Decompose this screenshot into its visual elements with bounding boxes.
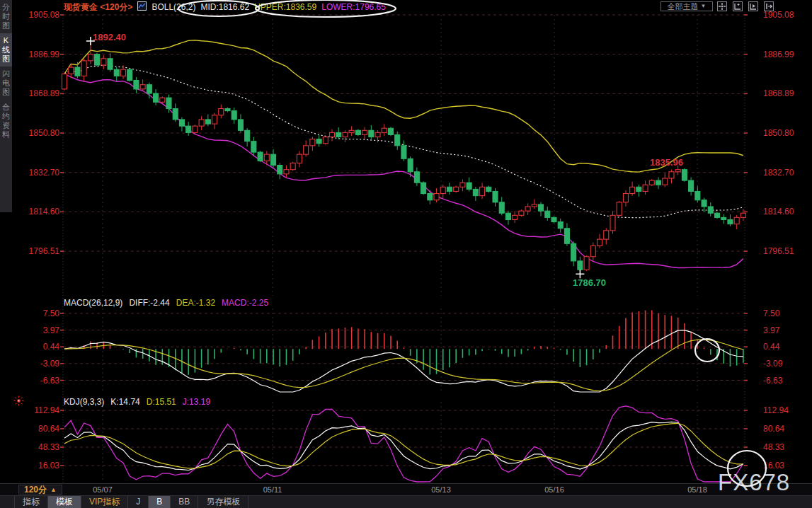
price-tick-right: 1850.80 [763,128,810,138]
toolbar-item[interactable]: 另存模板 [198,496,248,508]
macd-tick-left: 7.50 [16,308,59,318]
macd-params-label: MACD(26,12,9) [64,298,122,308]
price-tick-left: 1832.70 [16,168,59,178]
crosshair-icon[interactable] [717,1,727,11]
price-tick-right: 1832.70 [763,168,810,178]
macd-tick-left: 0.44 [16,342,59,352]
macd-tick-right: -3.09 [763,359,810,369]
price-tick-left: 1796.51 [16,246,59,256]
period-selector-label: 120分 [24,484,47,496]
macd-dea-value: DEA:-1.32 [176,298,215,308]
price-tick-right: 1814.60 [763,207,810,217]
axes-zoom-icon[interactable] [733,1,743,11]
sidebar-item-active[interactable]: K线图 [0,33,12,67]
period-selector[interactable]: 120分 ▲ [18,485,62,495]
price-tick-right: 1886.99 [763,50,810,59]
boll-upper-value: UPPER:1836.59 [254,2,316,12]
toolbar-item[interactable]: J [128,496,149,508]
price-tick-left: 1868.89 [16,88,59,98]
macd-tick-right: 7.50 [763,308,810,318]
toolbar-item[interactable]: B [149,496,171,508]
kdj-tick-right: 80.64 [763,424,810,434]
theme-dropdown[interactable]: 全部主题 ▼ [661,1,713,11]
macd-tick-left: 3.97 [16,325,59,335]
fx678-watermark: FX678 [718,469,790,496]
chevron-down-icon: ▼ [701,2,707,11]
price-tick-right: 1868.89 [763,88,810,98]
macd-header: MACD(26,12,9) DIFF:-2.44 DEA:-1.32 MACD:… [64,298,268,308]
kdj-header: KDJ(9,3,3) K:14.74 D:15.51 J:13.19 [64,397,210,407]
date-label: 05/13 [431,485,451,494]
sidebar-item-tab[interactable]: 合约资料 [0,100,12,142]
kdj-tick-left: 48.33 [16,442,59,452]
macd-tick-right: 0.44 [763,342,810,352]
low-price-annotation: 1786.70 [573,277,606,288]
kdj-tick-right: 48.33 [763,442,810,452]
date-label: 05/11 [263,485,282,494]
bottom-toolbar: 指标模板VIP指标JBBB另存模板 [0,495,812,508]
peak-price-annotation: 1892.40 [93,32,126,42]
kdj-d-value: D:15.51 [147,397,176,407]
chart-type-sidebar: 分时图K线图闪电图合约资料 [0,0,12,212]
toolbar-item[interactable]: 模板 [48,496,81,508]
kdj-k-value: K:14.74 [110,397,139,407]
macd-tick-left: -6.63 [16,376,59,386]
macd-hist-value: MACD:-2.25 [222,298,268,308]
price-tick-left: 1850.80 [16,128,59,138]
date-label: 05/18 [687,485,707,494]
toolbar-item[interactable]: VIP指标 [81,496,128,508]
sidebar-item-tab[interactable]: 闪电图 [0,67,12,100]
macd-tick-right: 3.97 [763,325,810,335]
symbol-name: 现货黄金 <120分> [64,1,132,13]
price-tick-left: 1814.60 [16,207,59,217]
price-tick-left: 1905.08 [16,10,59,20]
boll-params-label: BOLL(26,2) [151,2,195,12]
toolbar-item[interactable]: BB [171,496,198,508]
symbol-label: 现货黄金 [64,2,98,12]
period-label: <120分> [100,2,132,12]
boll-mid-value: MID:1816.62 [200,2,249,12]
triangle-up-icon: ▲ [50,486,57,493]
axes-play-icon[interactable] [748,1,758,11]
swing-high-annotation: 1835.96 [650,157,683,168]
kdj-tick-left: 112.94 [16,405,59,415]
price-tick-right: 1905.08 [763,10,810,20]
date-label: 05/07 [93,485,113,494]
macd-diff-value: DIFF:-2.44 [129,298,169,308]
chart-application-window: 分时图K线图闪电图合约资料 现货黄金 <120分> BOLL(26,2) MID… [0,0,812,508]
kdj-tick-right: 112.94 [763,405,810,415]
kdj-tick-left: 16.03 [16,461,59,471]
chart-plot-canvas[interactable] [0,0,812,508]
boll-lower-value: LOWER:1796.65 [321,2,386,12]
kdj-params-label: KDJ(9,3,3) [64,397,104,407]
x-axis-row: 120分 ▲ 05/0705/1105/1305/1605/18 [0,483,812,495]
macd-tick-right: -6.63 [763,376,810,386]
theme-dropdown-label: 全部主题 [668,2,699,11]
chart-header: 现货黄金 <120分> BOLL(26,2) MID:1816.62 UPPER… [64,1,386,13]
kdj-j-value: J:13.19 [183,397,210,407]
toolbar-item[interactable]: 指标 [14,496,48,508]
date-label: 05/16 [544,485,564,494]
sidebar-item-tab[interactable]: 分时图 [0,0,12,33]
kline-chart-icon [137,1,147,13]
price-tick-left: 1886.99 [16,50,59,59]
macd-tick-left: -3.09 [16,359,59,369]
price-tick-right: 1796.51 [763,246,810,256]
kdj-tick-left: 80.64 [16,424,59,434]
